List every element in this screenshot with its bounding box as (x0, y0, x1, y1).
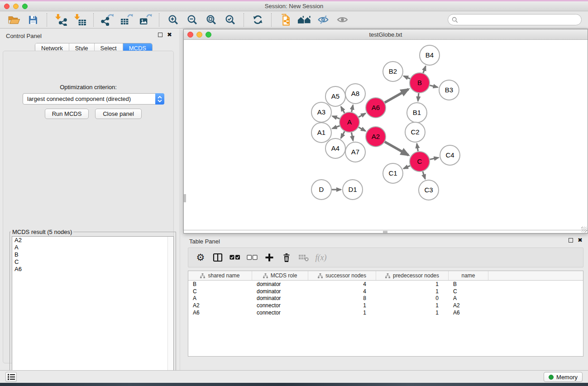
column-layout-button[interactable] (211, 251, 225, 264)
result-list-scrollbar[interactable] (167, 237, 173, 380)
graph-edge-A-A7[interactable] (351, 133, 353, 141)
graph-edge-B-B3[interactable] (430, 85, 438, 87)
export-table-button[interactable] (118, 13, 134, 27)
deselect-all-columns-button[interactable] (245, 251, 259, 264)
mcds-result-item[interactable]: C (12, 258, 173, 266)
graph-node-A5[interactable]: A5 (325, 86, 345, 106)
table-row[interactable]: A2connector11A2 (188, 302, 583, 309)
save-session-button[interactable] (25, 13, 41, 27)
graph-node-label: B2 (389, 67, 397, 75)
left-scroll-grip[interactable] (184, 194, 186, 202)
show-panels-button[interactable] (334, 13, 350, 27)
refresh-button[interactable] (249, 13, 266, 27)
graph-node-C1[interactable]: C1 (383, 163, 403, 183)
graph-edge-A6-B[interactable] (385, 89, 408, 103)
network-canvas[interactable]: AA1A2A3A4A5A6A7A8BB1B2B3B4CC1C2C3C4DD1 (184, 40, 588, 230)
graph-node-A2[interactable]: A2 (366, 127, 386, 147)
graph-edge-C-C4[interactable] (430, 157, 439, 159)
table-row[interactable]: Adominator80A (188, 295, 583, 302)
function-builder-button[interactable]: f(x) (314, 251, 328, 264)
zoom-out-button[interactable] (184, 13, 200, 27)
graph-edge-A-A8[interactable] (352, 105, 353, 112)
graph-node-B2[interactable]: B2 (383, 62, 403, 81)
graph-edge-A-A5[interactable] (341, 107, 344, 113)
import-table-button[interactable] (72, 13, 88, 27)
graph-edge-A-A4[interactable] (341, 131, 344, 138)
task-history-button[interactable] (5, 372, 17, 382)
column-header-successor-nodes[interactable]: successor nodes (308, 271, 376, 280)
dropdown-stepper-icon (155, 93, 164, 105)
graph-edge-A-A2[interactable] (359, 127, 365, 131)
graph-node-C2[interactable]: C2 (405, 122, 425, 142)
zoom-selected-button[interactable] (222, 13, 238, 27)
panel-splitter[interactable] (180, 29, 180, 370)
graph-node-B[interactable]: B (410, 73, 430, 93)
graph-node-A4[interactable]: A4 (325, 138, 345, 158)
resize-grip-icon[interactable] (581, 227, 587, 233)
graph-node-A8[interactable]: A8 (345, 84, 365, 104)
search-input[interactable] (460, 16, 581, 24)
graph-edge-B-B4[interactable] (423, 66, 425, 73)
mcds-result-item[interactable]: A6 (12, 266, 173, 273)
zoom-in-button[interactable] (165, 13, 181, 27)
zoom-fit-button[interactable] (203, 13, 219, 27)
column-header-shared-name[interactable]: shared name (188, 271, 252, 280)
graph-edge-C-C2[interactable] (417, 144, 418, 152)
graph-node-C3[interactable]: C3 (419, 180, 439, 200)
graph-node-D[interactable]: D (311, 180, 331, 200)
graph-node-D1[interactable]: D1 (343, 180, 363, 200)
export-image-button[interactable] (137, 13, 153, 27)
graph-node-B1[interactable]: B1 (407, 103, 427, 123)
bottom-scroll-grip[interactable] (383, 231, 387, 233)
table-row[interactable]: Bdominator41B (188, 281, 583, 288)
column-header-name[interactable]: name (449, 271, 488, 280)
network-graph[interactable]: AA1A2A3A4A5A6A7A8BB1B2B3B4CC1C2C3C4DD1 (184, 40, 588, 230)
open-session-button[interactable] (6, 13, 22, 27)
float-panel-icon[interactable] (158, 33, 163, 37)
add-column-button[interactable] (263, 251, 276, 264)
import-network-button[interactable] (53, 13, 69, 27)
graph-edge-C-C1[interactable] (404, 166, 410, 168)
graph-edge-A-A1[interactable] (332, 126, 339, 129)
close-table-panel-icon[interactable]: ✖ (578, 238, 583, 243)
mcds-result-item[interactable]: A (12, 244, 173, 251)
mcds-result-item[interactable]: B (12, 251, 173, 258)
delete-column-button[interactable] (280, 251, 293, 264)
graph-node-C4[interactable]: C4 (440, 145, 460, 165)
graph-edge-A2-C[interactable] (385, 142, 408, 155)
graph-node-A3[interactable]: A3 (311, 102, 331, 122)
hide-panels-button[interactable] (315, 13, 331, 27)
export-network-button[interactable] (99, 13, 115, 27)
graph-node-C[interactable]: C (410, 152, 430, 172)
graph-node-A7[interactable]: A7 (345, 142, 365, 162)
delete-table-button[interactable] (297, 251, 311, 264)
graph-node-A1[interactable]: A1 (311, 123, 331, 143)
graph-edge-A-A3[interactable] (332, 116, 339, 119)
graph-edge-B-B1[interactable] (418, 93, 419, 101)
mcds-tab-content: Optimization criterion: largest connecte… (3, 51, 174, 363)
table-cell: A6 (449, 310, 488, 316)
graph-edge-A-A6[interactable] (359, 113, 365, 117)
column-header-predecessor-nodes[interactable]: predecessor nodes (376, 271, 449, 280)
run-mcds-button[interactable]: Run MCDS (45, 109, 89, 119)
graph-edge-B-B2[interactable] (404, 76, 410, 79)
close-panel-button[interactable]: Close panel (95, 109, 142, 119)
graph-edge-C-C3[interactable] (423, 172, 425, 179)
clone-network-button[interactable] (277, 13, 293, 27)
table-row[interactable]: Cdominator41C (188, 288, 583, 295)
float-table-panel-icon[interactable] (569, 238, 573, 243)
column-header-MCDS-role[interactable]: MCDS role (252, 271, 308, 280)
show-networks-button[interactable] (296, 13, 312, 27)
close-panel-icon[interactable]: ✖ (167, 33, 172, 37)
graph-node-B4[interactable]: B4 (420, 45, 440, 65)
graph-node-B3[interactable]: B3 (439, 80, 459, 100)
graph-node-A[interactable]: A (339, 112, 359, 132)
optimization-criterion-select[interactable]: largest connected component (directed) (23, 93, 164, 105)
table-settings-button[interactable]: ⚙ (194, 251, 207, 264)
mcds-result-item[interactable]: A2 (12, 237, 173, 244)
select-all-columns-button[interactable] (228, 251, 242, 264)
memory-button[interactable]: Memory (544, 372, 583, 382)
table-row[interactable]: A6connector11A6 (188, 309, 583, 316)
graph-node-A6[interactable]: A6 (366, 98, 386, 118)
graph-node-label: D1 (348, 186, 357, 193)
